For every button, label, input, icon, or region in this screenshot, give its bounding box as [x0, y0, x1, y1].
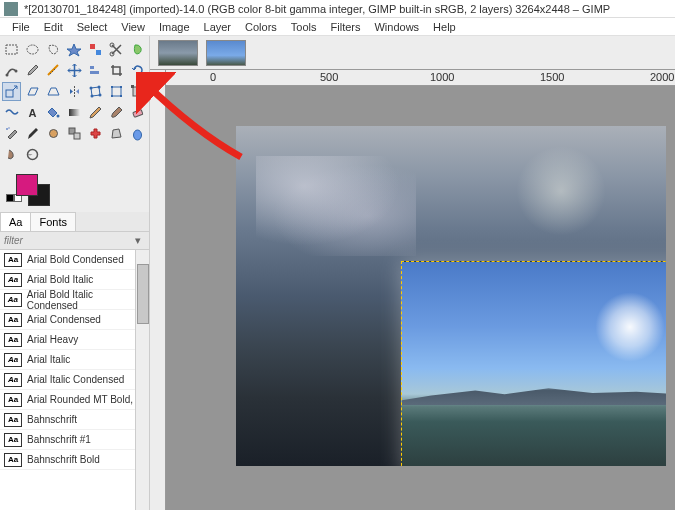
font-name-label: Arial Bold Italic Condensed	[27, 289, 145, 311]
font-name-label: Bahnschrift Bold	[27, 454, 100, 465]
scrollbar-thumb[interactable]	[137, 264, 149, 324]
ruler-vertical	[150, 86, 166, 510]
filter-dropdown-icon[interactable]: ▾	[131, 234, 145, 247]
svg-point-1	[27, 45, 38, 54]
font-item[interactable]: AaArial Bold Condensed	[0, 250, 149, 270]
ruler-mark: 1500	[540, 71, 564, 83]
svg-rect-20	[133, 87, 142, 96]
tab-fonts[interactable]: Fonts	[30, 212, 76, 231]
color-select-tool[interactable]	[86, 40, 105, 59]
font-item[interactable]: AaArial Bold Italic	[0, 270, 149, 290]
empty-tool	[86, 145, 105, 164]
canvas[interactable]	[166, 86, 675, 510]
empty-tool	[107, 145, 126, 164]
smudge-tool[interactable]	[2, 145, 21, 164]
font-item[interactable]: AaBahnschrift	[0, 410, 149, 430]
font-name-label: Bahnschrift	[27, 414, 77, 425]
base-image[interactable]	[236, 126, 666, 466]
gradient-tool[interactable]	[65, 103, 84, 122]
dodge-tool[interactable]	[23, 145, 42, 164]
blur-tool[interactable]	[128, 124, 147, 143]
handle-transform-tool[interactable]	[128, 82, 147, 101]
font-preview-icon: Aa	[4, 253, 22, 267]
font-filter-input[interactable]	[4, 235, 131, 246]
svg-rect-3	[96, 50, 101, 55]
paths-tool[interactable]	[2, 61, 21, 80]
menu-filters[interactable]: Filters	[325, 19, 367, 35]
cage-tool[interactable]	[86, 82, 105, 101]
empty-tool	[65, 145, 84, 164]
ellipse-select-tool[interactable]	[23, 40, 42, 59]
scissors-tool[interactable]	[107, 40, 126, 59]
svg-rect-26	[133, 110, 143, 118]
mypaint-tool[interactable]	[44, 124, 63, 143]
empty-tool	[128, 145, 147, 164]
ruler-mark: 500	[320, 71, 338, 83]
perspective-clone-tool[interactable]	[107, 124, 126, 143]
menu-windows[interactable]: Windows	[368, 19, 425, 35]
image-tabs	[150, 36, 675, 70]
ruler-mark: 1000	[430, 71, 454, 83]
menu-edit[interactable]: Edit	[38, 19, 69, 35]
font-item[interactable]: AaArial Condensed	[0, 310, 149, 330]
scale-tool[interactable]	[2, 82, 21, 101]
clone-tool[interactable]	[65, 124, 84, 143]
font-name-label: Bahnschrift #1	[27, 434, 91, 445]
heal-tool[interactable]	[86, 124, 105, 143]
font-item[interactable]: AaArial Italic Condensed	[0, 370, 149, 390]
pencil-tool[interactable]	[86, 103, 105, 122]
text-tool[interactable]: A	[23, 103, 42, 122]
ink-tool[interactable]	[23, 124, 42, 143]
flip-tool[interactable]	[65, 82, 84, 101]
pasted-layer-selection[interactable]	[401, 261, 666, 466]
font-item[interactable]: AaArial Rounded MT Bold,	[0, 390, 149, 410]
menu-tools[interactable]: Tools	[285, 19, 323, 35]
measure-tool[interactable]	[44, 61, 63, 80]
font-item[interactable]: AaArial Italic	[0, 350, 149, 370]
color-picker-tool[interactable]	[23, 61, 42, 80]
paintbrush-tool[interactable]	[107, 103, 126, 122]
menu-view[interactable]: View	[115, 19, 151, 35]
perspective-tool[interactable]	[44, 82, 63, 101]
menu-help[interactable]: Help	[427, 19, 462, 35]
menu-colors[interactable]: Colors	[239, 19, 283, 35]
font-preview-icon: Aa	[4, 433, 22, 447]
font-item[interactable]: AaBahnschrift Bold	[0, 450, 149, 470]
font-item[interactable]: AaArial Bold Italic Condensed	[0, 290, 149, 310]
font-preview-icon: Aa	[4, 353, 22, 367]
rect-select-tool[interactable]	[2, 40, 21, 59]
image-tab-2[interactable]	[206, 40, 246, 66]
menu-image[interactable]: Image	[153, 19, 196, 35]
eraser-tool[interactable]	[128, 103, 147, 122]
foreground-select-tool[interactable]	[128, 40, 147, 59]
image-tab-1[interactable]	[158, 40, 198, 66]
shear-tool[interactable]	[23, 82, 42, 101]
bucket-fill-tool[interactable]	[44, 103, 63, 122]
unified-transform-tool[interactable]	[107, 82, 126, 101]
color-selector[interactable]	[6, 172, 143, 208]
warp-tool[interactable]	[2, 103, 21, 122]
font-item[interactable]: AaBahnschrift #1	[0, 430, 149, 450]
font-preview-icon: Aa	[4, 313, 22, 327]
svg-rect-15	[112, 87, 121, 96]
svg-point-14	[91, 95, 94, 98]
rotate-tool[interactable]	[128, 61, 147, 80]
fg-color-swatch[interactable]	[16, 174, 38, 196]
airbrush-tool[interactable]	[2, 124, 21, 143]
menu-layer[interactable]: Layer	[198, 19, 238, 35]
font-item[interactable]: AaArial Heavy	[0, 330, 149, 350]
free-select-tool[interactable]	[44, 40, 63, 59]
toolbox: A	[0, 36, 149, 168]
svg-rect-17	[120, 86, 122, 88]
align-tool[interactable]	[86, 61, 105, 80]
font-preview-icon: Aa	[4, 413, 22, 427]
menu-select[interactable]: Select	[71, 19, 114, 35]
tab-aa[interactable]: Aa	[0, 212, 31, 231]
move-tool[interactable]	[65, 61, 84, 80]
svg-rect-0	[6, 45, 17, 54]
font-scrollbar[interactable]	[135, 250, 149, 510]
svg-point-27	[6, 128, 8, 130]
crop-tool[interactable]	[107, 61, 126, 80]
fuzzy-select-tool[interactable]	[65, 40, 84, 59]
menu-file[interactable]: File	[6, 19, 36, 35]
